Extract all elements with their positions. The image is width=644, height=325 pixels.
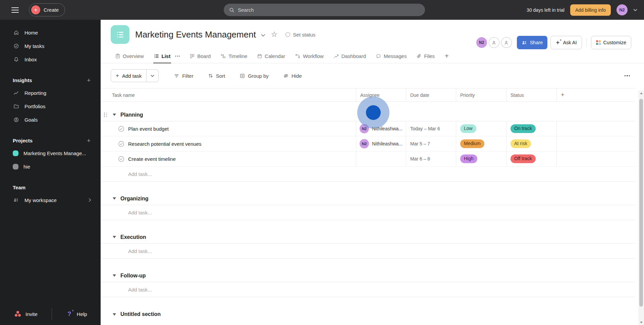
sidebar-item-project-hie[interactable]: hie xyxy=(0,160,101,173)
status-cell[interactable]: On track xyxy=(506,121,556,136)
add-billing-info-button[interactable]: Add billing info xyxy=(570,4,611,16)
search-input[interactable]: Search xyxy=(224,4,425,16)
sidebar-item-home[interactable]: Home xyxy=(0,26,101,39)
assignee-name: Nithileashwa... xyxy=(372,126,402,131)
priority-cell[interactable]: Low xyxy=(456,121,506,136)
vertical-scrollbar[interactable] xyxy=(638,90,644,325)
filter-button[interactable]: Filter xyxy=(174,73,193,79)
tab-label: Files xyxy=(424,53,435,59)
help-button[interactable]: ? Help xyxy=(66,311,87,318)
status-cell[interactable]: Off track xyxy=(506,151,556,166)
section-header[interactable]: Execution xyxy=(101,231,635,244)
hide-eye-icon xyxy=(283,73,288,78)
chevron-right-icon[interactable] xyxy=(89,198,91,202)
due-date-cell[interactable]: Today – Mar 6 xyxy=(406,121,456,136)
section-header[interactable]: Organizing xyxy=(101,192,635,205)
sidebar-item-portfolios[interactable]: Portfolios xyxy=(0,100,101,113)
add-column-button[interactable]: + xyxy=(556,88,635,102)
add-task-row[interactable]: Add task... xyxy=(101,167,635,182)
scrollbar-thumb[interactable] xyxy=(639,99,643,307)
more-options-icon[interactable] xyxy=(625,75,630,76)
tab-timeline[interactable]: Timeline xyxy=(221,49,247,63)
favorite-star-icon[interactable]: ☆ xyxy=(271,31,278,38)
add-task-row[interactable]: Add task... xyxy=(101,282,635,297)
collapse-caret-icon[interactable] xyxy=(113,197,116,200)
column-header-assignee[interactable]: Assignee xyxy=(356,88,406,102)
add-project-icon[interactable]: + xyxy=(87,137,91,144)
sort-button[interactable]: Sort xyxy=(208,73,225,79)
ask-ai-label: Ask AI xyxy=(563,40,577,45)
tab-dashboard[interactable]: Dashboard xyxy=(334,49,366,63)
table-row[interactable]: Research potential event venues N2 Nithi… xyxy=(101,136,635,151)
tab-calendar[interactable]: Calendar xyxy=(257,49,285,63)
sidebar-item-my-tasks[interactable]: My tasks xyxy=(0,39,101,53)
column-header-due-date[interactable]: Due date xyxy=(406,88,456,102)
tab-messages[interactable]: Messages xyxy=(376,49,407,63)
sidebar-item-my-workspace[interactable]: My workspace xyxy=(0,193,101,207)
tab-workflow[interactable]: Workflow xyxy=(295,49,323,63)
hamburger-menu-icon[interactable] xyxy=(11,7,19,13)
task-name: Plan event budget xyxy=(128,126,169,132)
scrollbar-up-arrow[interactable] xyxy=(638,90,644,96)
project-menu-chevron-icon[interactable] xyxy=(261,32,265,37)
add-task-dropdown-chevron-icon[interactable] xyxy=(146,70,158,82)
add-tab-button[interactable]: + xyxy=(445,49,449,63)
column-header-priority[interactable]: Priority xyxy=(456,88,506,102)
project-icon[interactable] xyxy=(111,25,129,44)
chevron-down-icon[interactable] xyxy=(633,9,637,11)
section-header[interactable]: Planning xyxy=(101,109,635,121)
section-organizing: Organizing Add task... xyxy=(101,192,635,220)
task-check-icon[interactable] xyxy=(118,141,124,147)
user-avatar[interactable]: N2 xyxy=(616,4,628,15)
invite-button[interactable]: Invite xyxy=(15,311,38,317)
tab-files[interactable]: Files xyxy=(417,49,435,63)
collapse-caret-icon[interactable] xyxy=(113,274,116,277)
section-header[interactable]: Untitled section xyxy=(101,308,635,321)
collapse-caret-icon[interactable] xyxy=(113,313,116,316)
column-header-status[interactable]: Status xyxy=(506,88,556,102)
priority-cell[interactable]: High xyxy=(456,151,506,166)
set-status-button[interactable]: Set status xyxy=(285,32,316,38)
tab-list-more-icon[interactable] xyxy=(175,49,180,63)
section-header[interactable]: Follow-up xyxy=(101,269,635,282)
section-execution: Execution Add task... xyxy=(101,231,635,259)
sidebar-item-goals[interactable]: Goals xyxy=(0,113,101,126)
member-avatar[interactable]: N2 xyxy=(476,37,487,48)
add-task-row[interactable]: Add task... xyxy=(101,244,635,259)
tab-list[interactable]: List xyxy=(154,49,171,63)
task-check-icon[interactable] xyxy=(118,156,124,162)
share-button[interactable]: Share xyxy=(517,36,548,49)
ask-ai-button[interactable]: Ask AI xyxy=(550,36,582,49)
column-header-task-name[interactable]: Task name xyxy=(101,88,356,102)
status-cell[interactable]: At risk xyxy=(506,136,556,151)
sidebar-item-inbox[interactable]: Inbox xyxy=(0,53,101,66)
create-button[interactable]: + Create xyxy=(29,3,65,16)
group-by-button[interactable]: Group by xyxy=(240,73,269,79)
add-task-row[interactable]: Add task... xyxy=(101,205,635,220)
collapse-caret-icon[interactable] xyxy=(113,114,116,116)
sidebar-item-reporting[interactable]: Reporting xyxy=(0,86,101,100)
task-check-icon[interactable] xyxy=(118,126,124,132)
scrollbar-down-arrow[interactable] xyxy=(638,320,644,325)
customize-button[interactable]: Customize xyxy=(591,36,632,49)
assignee-cell[interactable]: N2 Nithileashwa... xyxy=(356,136,406,151)
add-task-button[interactable]: + Add task xyxy=(111,69,159,82)
assignee-cell[interactable]: N2 Nithileashwa... xyxy=(356,121,406,136)
drag-handle-icon[interactable] xyxy=(104,113,107,117)
empty-cell xyxy=(556,121,635,136)
tab-overview[interactable]: Overview xyxy=(115,49,144,63)
sidebar-item-project-marketing[interactable]: Marketing Events Manage... xyxy=(0,146,101,160)
add-insight-icon[interactable]: + xyxy=(87,77,91,83)
avatar-placeholder-icon[interactable] xyxy=(501,37,512,48)
table-row[interactable]: Create event timeline Mar 6 – 8 High Off… xyxy=(101,151,635,167)
tab-board[interactable]: Board xyxy=(190,49,211,63)
assignee-cell[interactable] xyxy=(356,151,406,166)
due-date-cell[interactable]: Mar 6 – 8 xyxy=(406,151,456,166)
priority-cell[interactable]: Medium xyxy=(456,136,506,151)
table-row[interactable]: Plan event budget N2 Nithileashwa... Tod… xyxy=(101,121,635,136)
due-date-cell[interactable]: Mar 5 – 7 xyxy=(406,136,456,151)
collapse-caret-icon[interactable] xyxy=(113,236,116,238)
avatar-placeholder-icon[interactable] xyxy=(489,37,499,48)
tab-label: Overview xyxy=(123,53,144,59)
hide-button[interactable]: Hide xyxy=(283,73,302,79)
